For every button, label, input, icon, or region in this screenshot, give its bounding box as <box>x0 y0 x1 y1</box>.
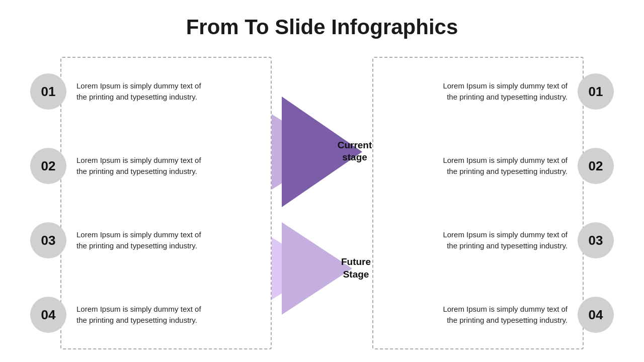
left-circle-1: 01 <box>30 73 66 110</box>
center-panel: Currentstage FutureStage <box>272 49 372 362</box>
left-panel: 01 Lorem Ipsum is simply dummy text of t… <box>15 49 272 362</box>
content-area: 01 Lorem Ipsum is simply dummy text of t… <box>0 49 644 362</box>
left-item-1: 01 Lorem Ipsum is simply dummy text of t… <box>25 54 262 129</box>
left-text-2: Lorem Ipsum is simply dummy text of the … <box>76 155 207 177</box>
right-circle-2: 02 <box>578 148 614 184</box>
slide: From To Slide Infographics 01 Lorem Ipsu… <box>0 0 644 362</box>
page-title: From To Slide Infographics <box>186 15 458 39</box>
left-text-1: Lorem Ipsum is simply dummy text of the … <box>76 80 207 103</box>
right-item-4: Lorem Ipsum is simply dummy text of the … <box>382 278 619 352</box>
left-circle-2: 02 <box>30 148 66 184</box>
right-item-2: Lorem Ipsum is simply dummy text of the … <box>382 129 619 203</box>
right-circle-3: 03 <box>578 222 614 258</box>
right-panel: Lorem Ipsum is simply dummy text of the … <box>372 49 629 362</box>
left-text-4: Lorem Ipsum is simply dummy text of the … <box>76 304 207 326</box>
left-item-4: 04 Lorem Ipsum is simply dummy text of t… <box>25 278 262 352</box>
right-text-2: Lorem Ipsum is simply dummy text of the … <box>437 155 568 177</box>
left-item-3: 03 Lorem Ipsum is simply dummy text of t… <box>25 203 262 278</box>
right-text-1: Lorem Ipsum is simply dummy text of the … <box>437 80 568 103</box>
right-text-4: Lorem Ipsum is simply dummy text of the … <box>437 304 568 326</box>
right-text-3: Lorem Ipsum is simply dummy text of the … <box>437 229 568 252</box>
left-circle-3: 03 <box>30 222 66 258</box>
left-circle-4: 04 <box>30 297 66 333</box>
left-text-3: Lorem Ipsum is simply dummy text of the … <box>76 229 207 252</box>
right-item-3: Lorem Ipsum is simply dummy text of the … <box>382 203 619 278</box>
right-circle-1: 01 <box>578 73 614 110</box>
left-item-2: 02 Lorem Ipsum is simply dummy text of t… <box>25 129 262 203</box>
right-item-1: Lorem Ipsum is simply dummy text of the … <box>382 54 619 129</box>
right-circle-4: 04 <box>578 297 614 333</box>
future-stage-group: FutureStage <box>267 222 377 315</box>
current-stage-group: Currentstage <box>267 97 377 207</box>
